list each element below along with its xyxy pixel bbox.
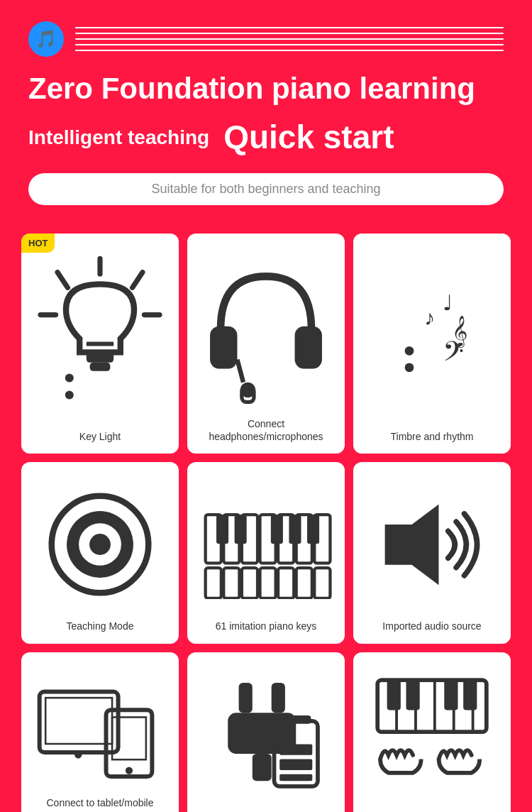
svg-rect-43 (297, 568, 312, 598)
svg-rect-69 (444, 680, 458, 710)
svg-rect-42 (278, 568, 294, 598)
svg-rect-35 (271, 515, 283, 544)
svg-rect-53 (272, 683, 285, 713)
audio-source-icon (364, 476, 500, 613)
svg-point-51 (126, 767, 133, 774)
svg-rect-47 (45, 698, 112, 744)
svg-rect-52 (239, 683, 253, 713)
quick-start-text: Quick start (223, 118, 394, 156)
tablet-label: Connect to tablet/mobile phone (32, 796, 168, 812)
hero-section: Zero Foundation piano learning Intellige… (0, 64, 532, 219)
svg-rect-36 (289, 515, 301, 544)
svg-rect-60 (279, 774, 312, 781)
keyboard-separation-icon (364, 666, 500, 803)
svg-rect-8 (90, 363, 111, 371)
header: 🎵 (0, 0, 532, 64)
feature-card-teaching-mode: Teaching Mode (21, 462, 179, 643)
svg-rect-57 (281, 715, 311, 724)
svg-point-25 (89, 534, 111, 555)
hero-title: Zero Foundation piano learning (28, 71, 504, 106)
svg-rect-41 (260, 568, 275, 598)
svg-rect-12 (295, 326, 322, 368)
keyboard-separation-label: Keyboard separation (386, 810, 477, 812)
teaching-mode-icon (32, 476, 168, 613)
svg-rect-44 (314, 568, 330, 598)
svg-point-10 (65, 391, 74, 400)
svg-rect-33 (216, 515, 228, 544)
intelligent-teaching-text: Intelligent teaching (28, 126, 209, 150)
svg-text:♪: ♪ (424, 306, 435, 329)
svg-line-2 (133, 273, 143, 288)
svg-rect-55 (253, 753, 272, 780)
svg-rect-67 (387, 680, 401, 710)
svg-rect-7 (87, 353, 113, 363)
svg-rect-58 (279, 744, 312, 755)
svg-rect-38 (206, 568, 221, 598)
svg-rect-40 (242, 568, 257, 598)
dual-power-label: Dual power supply (225, 810, 306, 812)
teaching-mode-label: Teaching Mode (67, 620, 134, 632)
svg-point-20 (405, 346, 414, 356)
music-note-icon: 🎵 (28, 21, 64, 57)
feature-card-audio-source: Imported audio source (353, 462, 511, 643)
feature-card-timbre: ♪ ♩ 𝄞 𝄢 Timbre and rhythm (353, 234, 511, 454)
features-grid: HOT Key Light (0, 219, 532, 812)
svg-rect-39 (223, 568, 239, 598)
svg-rect-34 (235, 515, 247, 544)
svg-rect-11 (210, 326, 237, 368)
hero-subtitle-row: Intelligent teaching Quick start (28, 118, 504, 156)
timbre-label: Timbre and rhythm (391, 430, 474, 443)
svg-text:♩: ♩ (443, 291, 453, 314)
key-light-icon (32, 248, 168, 423)
feature-card-dual-power: Dual power supply (187, 652, 345, 812)
suitable-badge: Suitable for both beginners and teaching (28, 173, 504, 205)
suitable-badge-text: Suitable for both beginners and teaching (151, 182, 380, 196)
feature-card-tablet: Connect to tablet/mobile phone (21, 652, 179, 812)
dual-power-icon (198, 666, 334, 803)
svg-rect-68 (406, 680, 420, 710)
headphones-icon (198, 248, 334, 410)
feature-card-key-light: HOT Key Light (21, 234, 179, 454)
svg-point-21 (405, 363, 414, 372)
audio-source-label: Imported audio source (382, 620, 481, 632)
key-light-label: Key Light (79, 430, 121, 443)
svg-text:𝄢: 𝄢 (443, 336, 464, 373)
svg-line-1 (57, 273, 67, 288)
svg-point-48 (74, 751, 82, 758)
svg-rect-59 (279, 759, 312, 769)
staff-lines (75, 27, 504, 51)
feature-card-keyboard-separation: Keyboard separation (353, 652, 511, 812)
svg-point-9 (65, 374, 74, 383)
feature-card-headphones: Connect headphones/microphones (187, 234, 345, 454)
feature-card-piano-keys: 61 imitation piano keys (187, 462, 345, 643)
piano-keys-icon (198, 476, 334, 613)
tablet-icon (32, 666, 168, 790)
headphones-label: Connect headphones/microphones (198, 417, 334, 443)
svg-rect-37 (307, 515, 319, 544)
svg-rect-70 (463, 680, 477, 710)
hot-badge: HOT (21, 234, 55, 253)
svg-line-13 (237, 359, 243, 382)
piano-keys-label: 61 imitation piano keys (216, 620, 316, 632)
timbre-icon: ♪ ♩ 𝄞 𝄢 (364, 248, 500, 423)
svg-marker-45 (385, 505, 439, 586)
